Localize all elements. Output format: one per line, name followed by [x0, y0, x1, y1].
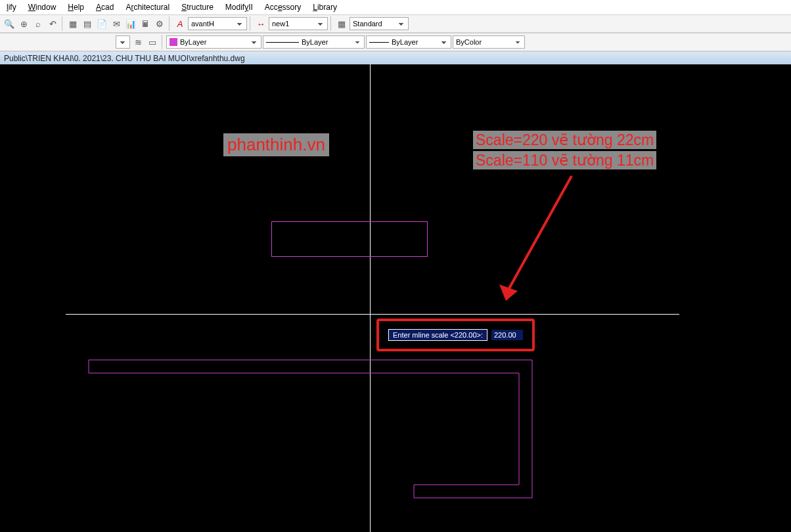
plotcolor-select[interactable]: ByColor [453, 35, 525, 49]
drawing-polyline [0, 64, 791, 532]
menu-acad[interactable]: Acad [92, 1, 118, 13]
zoom-previous-icon[interactable]: ↶ [46, 17, 59, 30]
line-swatch-icon [266, 42, 299, 43]
menu-architectural[interactable]: Architectural [122, 1, 173, 13]
annotation-text: Scale=220 vẽ tường 22cm Scale=110 vẽ tườ… [473, 130, 656, 171]
color-swatch-icon [170, 38, 177, 46]
zoom-in-icon[interactable]: ⊕ [17, 17, 30, 30]
zoom-window-icon[interactable]: ⌕ [32, 17, 45, 30]
layer-label: ByLayer [180, 38, 206, 46]
lineweight-select[interactable]: ByLayer [366, 35, 451, 49]
mail-icon[interactable]: ✉ [110, 17, 123, 30]
menu-structure[interactable]: Structure [177, 1, 217, 13]
tablestyle-icon[interactable]: ▦ [335, 17, 348, 30]
zoom-realtime-icon[interactable]: 🔍 [3, 17, 16, 30]
text-style-icon[interactable]: A [173, 17, 187, 30]
menu-window[interactable]: Window [24, 1, 60, 13]
menu-help[interactable]: Help [64, 1, 88, 13]
dimstyle-select[interactable]: new1 [269, 17, 328, 30]
separator [62, 16, 64, 31]
separator [250, 16, 252, 31]
document-titlebar: Public\TRIEN KHAI\0. 2021\23. CHU THU BA… [0, 51, 791, 64]
separator [330, 16, 332, 31]
menu-library[interactable]: Library [309, 1, 341, 13]
watermark-text: phanthinh.vn [223, 133, 329, 156]
layerstate-icon[interactable]: ▭ [146, 35, 159, 49]
linetype-label: ByLayer [302, 38, 328, 46]
menu-accessory[interactable]: Accessory [261, 1, 305, 13]
tablestyle-select[interactable]: Standard [350, 17, 409, 30]
layercolor-select[interactable]: ByLayer [166, 35, 261, 49]
menu-lify[interactable]: lify [3, 1, 20, 13]
separator [162, 35, 164, 49]
command-prompt-label: Enter mline scale <220.00>: [388, 329, 487, 341]
line-swatch-icon [369, 42, 389, 43]
menu-modify2[interactable]: ModifyII [221, 1, 257, 13]
menu-bar: lify Window Help Acad Architectural Stru… [0, 0, 791, 14]
toolbar-1: 🔍 ⊕ ⌕ ↶ ▦ ▤ 📄 ✉ 📊 🖩 ⚙ A avantH ↔ new1 ▦ … [0, 14, 791, 33]
settings-icon[interactable]: ⚙ [153, 17, 166, 30]
grid-icon[interactable]: ▦ [66, 17, 79, 30]
linetype-select[interactable]: ByLayer [263, 35, 365, 49]
textstyle-select[interactable]: avantH [188, 17, 247, 30]
annotation-line-2: Scale=110 vẽ tường 11cm [473, 151, 656, 169]
dim-style-icon[interactable]: ↔ [254, 17, 267, 30]
command-prompt-input[interactable] [491, 330, 520, 340]
annotation-line-1: Scale=220 vẽ tường 22cm [473, 131, 656, 149]
table-icon[interactable]: ▤ [81, 17, 94, 30]
drawing-canvas[interactable]: phanthinh.vn Scale=220 vẽ tường 22cm Sca… [0, 64, 791, 532]
separator [169, 16, 171, 31]
layers-icon[interactable]: ≋ [131, 35, 145, 49]
sheet-icon[interactable]: 📄 [95, 17, 108, 30]
document-path: Public\TRIEN KHAI\0. 2021\23. CHU THU BA… [4, 54, 245, 63]
calc-icon[interactable]: 🖩 [139, 17, 152, 30]
toolbar-2: ≋ ▭ ByLayer ByLayer ByLayer ByColor [0, 33, 791, 51]
command-prompt-box: Enter mline scale <220.00>: [376, 319, 535, 351]
chart-icon[interactable]: 📊 [124, 17, 137, 30]
lineweight-label: ByLayer [392, 38, 418, 46]
layerfilter-select[interactable] [116, 35, 130, 49]
